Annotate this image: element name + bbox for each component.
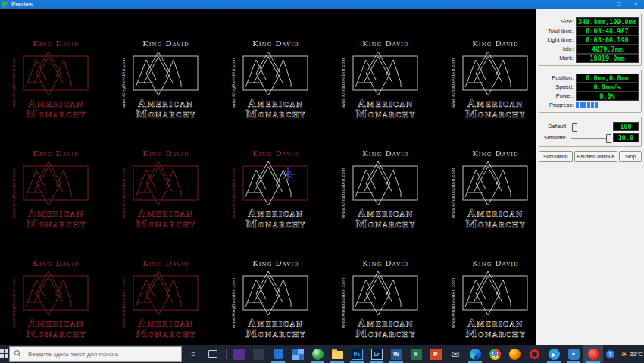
stat-value: 0:03:48.987 bbox=[576, 27, 639, 36]
progress-segment bbox=[633, 102, 636, 108]
progress-segment bbox=[576, 102, 579, 108]
status-group: Position:0.0mm,0.0mmSpeed:0.0mm/sPower:0… bbox=[539, 70, 642, 113]
logo-r1-c5-unmarked: www.KingDavidArt.comKing DavidAmericanMo… bbox=[449, 34, 530, 125]
logo-line2: Monarchy bbox=[26, 327, 86, 340]
logo-diamond bbox=[146, 161, 170, 205]
panel-buttons: SimulationPause/ContinueStop bbox=[539, 151, 642, 162]
logo-diamond bbox=[36, 271, 61, 315]
green-sphere-app-icon[interactable] bbox=[308, 345, 327, 363]
progress-segment bbox=[606, 102, 609, 108]
temperature-label: 33°C bbox=[630, 351, 643, 358]
stat-label: Speed: bbox=[542, 83, 576, 90]
logo-frame bbox=[463, 56, 527, 90]
taskbar-search[interactable] bbox=[9, 346, 182, 362]
simulate-slider[interactable] bbox=[571, 133, 610, 142]
logo-artwork: www.KingDavidArt.comKing DavidAmericanMo… bbox=[9, 254, 91, 345]
logo-frame bbox=[243, 56, 308, 90]
slider-rows: Default100Simulate10.0 bbox=[542, 121, 639, 142]
logo-artwork: www.KingDavidArt.comKing DavidAmericanMo… bbox=[119, 144, 201, 235]
logo-r2-c1-marked: www.KingDavidArt.comKing DavidAmericanMo… bbox=[9, 144, 91, 235]
photos-app-icon[interactable] bbox=[288, 345, 308, 363]
lightroom-icon[interactable]: Lr bbox=[367, 345, 386, 363]
file-explorer-icon[interactable] bbox=[327, 345, 347, 363]
powerpoint-icon[interactable]: P bbox=[426, 345, 445, 363]
logo-artwork: www.KingDavidArt.comKing DavidAmericanMo… bbox=[229, 144, 311, 235]
separator-line bbox=[226, 349, 227, 359]
logo-title: King David bbox=[252, 259, 299, 268]
edge-icon-glyph bbox=[470, 349, 481, 360]
cortana-icon[interactable]: ○ bbox=[183, 345, 203, 363]
logo-title: King David bbox=[472, 39, 518, 48]
progress-bar bbox=[576, 102, 643, 108]
opera-icon-glyph bbox=[530, 349, 539, 359]
logo-artwork: www.KingDavidArt.comKing DavidAmericanMo… bbox=[339, 34, 420, 125]
stat-value: 0:03:08.190 bbox=[576, 36, 639, 45]
taskbar-separator bbox=[223, 345, 229, 363]
blue-badge-app-icon[interactable] bbox=[268, 345, 288, 363]
default-slider[interactable] bbox=[571, 122, 610, 131]
purple-app-icon[interactable] bbox=[229, 345, 249, 363]
blue-badge-app-icon-glyph bbox=[274, 349, 283, 359]
stat-label: Total time: bbox=[542, 27, 576, 34]
powerpoint-icon-glyph: P bbox=[430, 349, 442, 360]
logo-mountains bbox=[136, 277, 181, 307]
pause-continue-button[interactable]: Pause/Continue bbox=[574, 151, 618, 162]
start-button[interactable] bbox=[0, 345, 9, 363]
search-input[interactable] bbox=[27, 350, 181, 358]
logo-vertical-text: www.KingDavidArt.com bbox=[451, 58, 455, 109]
firefox-icon-glyph bbox=[509, 349, 521, 360]
firefox-icon[interactable] bbox=[505, 345, 524, 363]
edge-icon[interactable] bbox=[465, 345, 485, 363]
system-tray: ? ☀ 33°C ∧ ✎ ▤ ◀ ENG 15:01 16.07.2021 bbox=[603, 345, 644, 363]
file-explorer-icon-glyph bbox=[332, 351, 343, 359]
logo-mountains bbox=[245, 277, 291, 307]
blue-app1-icon-glyph: ▶ bbox=[549, 349, 560, 360]
photoshop-icon[interactable]: Ps bbox=[347, 345, 367, 363]
logo-mountains bbox=[136, 167, 181, 197]
logo-artwork: www.KingDavidArt.comKing DavidAmericanMo… bbox=[9, 34, 91, 125]
excel-icon[interactable]: X bbox=[406, 345, 426, 363]
logo-line2: Monarchy bbox=[245, 327, 306, 340]
logo-r2-c5-unmarked: www.KingDavidArt.comKing DavidAmericanMo… bbox=[449, 144, 530, 235]
logo-title: King David bbox=[33, 39, 79, 48]
preview-window: Preview — □ × www.KingDavidArt.comKing D… bbox=[0, 0, 644, 363]
logo-vertical-text: www.KingDavidArt.com bbox=[231, 58, 236, 109]
blue-app2-icon[interactable]: ■ bbox=[564, 345, 583, 363]
blue-app1-icon[interactable]: ▶ bbox=[544, 345, 564, 363]
chrome-icon[interactable] bbox=[485, 345, 505, 363]
task-view-icon[interactable] bbox=[203, 345, 223, 363]
opera-icon[interactable] bbox=[524, 345, 544, 363]
stop-button[interactable]: Stop bbox=[619, 151, 642, 162]
slider-value: 100 bbox=[613, 122, 639, 131]
logo-frame bbox=[23, 56, 88, 90]
progress-segment bbox=[591, 102, 594, 108]
stat-value: 0.0mm/s bbox=[576, 83, 639, 92]
logo-vertical-text: www.KingDavidArt.com bbox=[231, 168, 236, 219]
laser-preview-app-icon[interactable] bbox=[583, 345, 603, 363]
weather-widget[interactable]: ☀ 33°C bbox=[617, 345, 644, 363]
progress-segment bbox=[587, 102, 590, 108]
logo-frame bbox=[353, 166, 417, 200]
logo-frame bbox=[133, 166, 198, 200]
slider-thumb[interactable] bbox=[606, 134, 611, 143]
marking-stats-group: Size:348.8mm,199.9mmTotal time:0:03:48.9… bbox=[539, 14, 642, 66]
logo-vertical-text: www.KingDavidArt.com bbox=[121, 58, 126, 109]
stat-row: Size:348.8mm,199.9mm bbox=[542, 17, 639, 26]
slider-thumb[interactable] bbox=[572, 123, 577, 132]
mail-icon[interactable]: ✉ bbox=[445, 345, 465, 363]
close-button[interactable]: × bbox=[627, 0, 644, 9]
logo-line2: Monarchy bbox=[26, 108, 86, 120]
logo-mountains bbox=[355, 57, 401, 87]
slider-row-default: Default100 bbox=[542, 121, 639, 131]
stat-label: Power: bbox=[542, 92, 576, 99]
maximize-button[interactable]: □ bbox=[611, 0, 627, 9]
status-rows: Position:0.0mm,0.0mmSpeed:0.0mm/sPower:0… bbox=[542, 74, 639, 100]
help-icon[interactable]: ? bbox=[603, 345, 617, 363]
slider-rail bbox=[571, 127, 610, 127]
minimize-button[interactable]: — bbox=[594, 0, 611, 9]
logo-title: King David bbox=[33, 259, 79, 268]
dark-app-icon[interactable] bbox=[249, 345, 268, 363]
word-icon[interactable]: W bbox=[386, 345, 406, 363]
simulation-button[interactable]: Simulation bbox=[539, 151, 573, 162]
logo-line2: Monarchy bbox=[355, 108, 416, 120]
